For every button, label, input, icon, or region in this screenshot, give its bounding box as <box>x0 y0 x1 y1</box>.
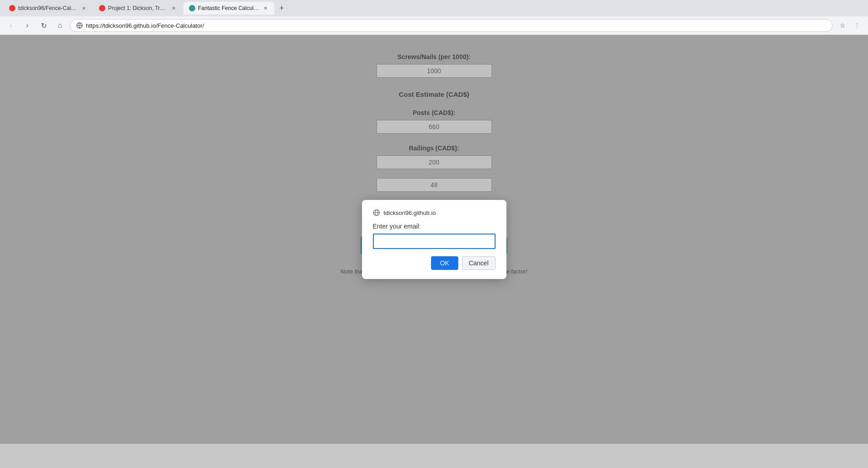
tab2-favicon <box>99 5 105 11</box>
tab2-label: Project 1: Dickson, Trent <box>108 5 167 11</box>
email-modal: tdickson96.github.io Enter your email: O… <box>362 200 506 279</box>
forward-button[interactable]: › <box>21 19 34 32</box>
extensions-icon[interactable]: ⋮ <box>851 19 863 32</box>
home-button[interactable]: ⌂ <box>54 19 66 32</box>
tab3-close[interactable]: ✕ <box>262 5 269 12</box>
new-tab-button[interactable]: + <box>275 2 288 15</box>
tab-1[interactable]: tdickson96/Fence-Calculator: ✕ <box>4 2 93 15</box>
email-input[interactable] <box>373 234 496 249</box>
toolbar-icons: ☆ ⋮ <box>836 19 863 32</box>
page-content: Screws/Nails (per 1000): 1000 Cost Estim… <box>0 35 868 444</box>
browser-chrome: tdickson96/Fence-Calculator: ✕ Project 1… <box>0 0 868 35</box>
tab1-close[interactable]: ✕ <box>80 5 87 12</box>
tab-2[interactable]: Project 1: Dickson, Trent ✕ <box>94 2 183 15</box>
tab3-favicon <box>189 5 195 11</box>
tab-3[interactable]: Fantastic Fence Calculator ✕ <box>184 2 274 15</box>
address-text: https://tdickson96.github.io/Fence-Calcu… <box>86 22 204 29</box>
tab1-favicon <box>9 5 15 11</box>
cancel-button[interactable]: Cancel <box>462 256 496 270</box>
address-bar[interactable]: https://tdickson96.github.io/Fence-Calcu… <box>70 19 833 32</box>
secure-icon <box>76 22 83 29</box>
reload-button[interactable]: ↻ <box>37 19 50 32</box>
modal-prompt-label: Enter your email: <box>373 223 496 230</box>
bookmark-icon[interactable]: ☆ <box>836 19 849 32</box>
ok-button[interactable]: OK <box>431 256 458 270</box>
modal-overlay: tdickson96.github.io Enter your email: O… <box>0 35 868 444</box>
modal-domain: tdickson96.github.io <box>384 209 436 216</box>
modal-header: tdickson96.github.io <box>373 209 496 216</box>
back-button[interactable]: ‹ <box>5 19 17 32</box>
nav-bar: ‹ › ↻ ⌂ https://tdickson96.github.io/Fen… <box>0 16 868 35</box>
tab2-close[interactable]: ✕ <box>170 5 177 12</box>
tab-bar: tdickson96/Fence-Calculator: ✕ Project 1… <box>0 0 868 16</box>
tab3-label: Fantastic Fence Calculator <box>198 5 259 11</box>
modal-buttons: OK Cancel <box>373 256 496 270</box>
tab1-label: tdickson96/Fence-Calculator: <box>18 5 77 11</box>
modal-globe-icon <box>373 209 380 216</box>
